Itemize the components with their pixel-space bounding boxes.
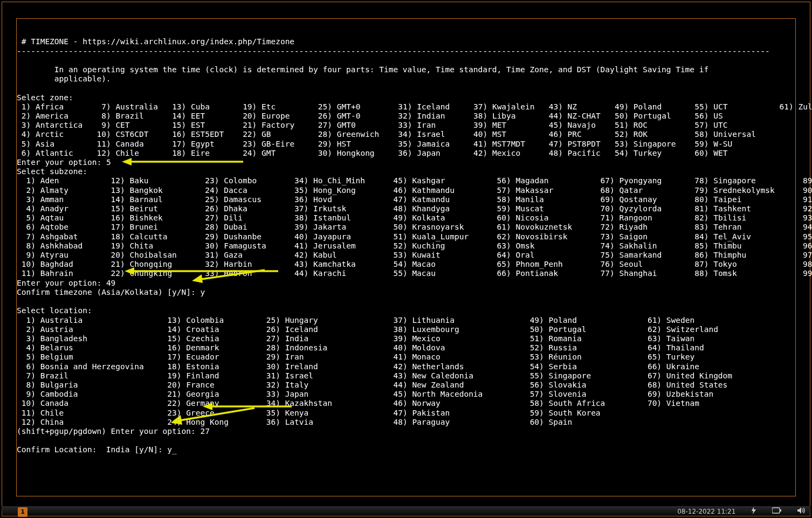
location-item[interactable]: France [186,381,252,389]
title-url[interactable]: https://wiki.archlinux.org/index.php/Tim… [82,37,294,46]
location-item[interactable]: Japan [285,390,380,398]
location-item[interactable]: China [40,418,154,426]
location-item[interactable]: Spain [549,418,634,426]
subzone-item[interactable]: Macau [412,269,487,278]
location-item[interactable]: Czechia [186,334,252,343]
location-item[interactable]: North Macedonia [412,390,515,398]
zone-item[interactable]: GMT-0 [337,112,394,120]
zone-item[interactable]: America [36,112,92,120]
subzone-item[interactable]: Brunei [130,223,196,231]
subzone-item[interactable]: Pyongyang [620,176,685,185]
subzone-item[interactable]: Kuching [412,241,487,250]
subzone-item[interactable]: Calcutta [130,232,196,241]
location-item[interactable]: Norway [412,399,515,408]
location-item[interactable]: Paraguay [412,418,515,426]
subzone-item[interactable]: Jerusalem [313,241,384,250]
zone-item[interactable]: NZ [568,102,610,111]
location-item[interactable]: Ecuador [186,353,252,361]
subzone-item[interactable]: Kathmandu [412,186,487,195]
subzone-item[interactable]: Dushanbe [224,232,285,241]
location-item[interactable]: Croatia [186,325,252,334]
location-item[interactable]: Netherlands [412,362,515,371]
subzone-item[interactable]: Bangkok [130,186,196,195]
location-item[interactable]: Singapore [549,371,634,380]
location-item[interactable]: Indonesia [285,343,380,352]
zone-item[interactable]: GB-Eire [262,140,313,148]
location-item[interactable]: New Caledonia [412,371,515,380]
zone-item[interactable]: CET [115,121,167,129]
location-item[interactable]: Iceland [285,325,380,334]
location-item[interactable]: Romania [549,334,634,343]
subzone-item[interactable]: Baghdad [40,260,102,268]
zone-item[interactable]: GMT0 [337,121,394,129]
subzone-item[interactable]: Jakarta [313,223,384,231]
confirm-loc-input[interactable]: y_ [167,445,176,454]
location-item[interactable]: Uzbekistan [666,390,770,398]
location-input[interactable]: 27 [200,427,209,436]
subzone-item[interactable]: Barnaul [130,195,196,204]
location-item[interactable]: Kazakhstan [285,399,380,408]
subzone-item[interactable]: Riyadh [620,223,685,231]
zone-item[interactable]: EST5EDT [191,130,238,139]
location-item[interactable]: Pakistan [412,409,515,417]
location-item[interactable]: United Kingdom [666,371,770,380]
zone-item[interactable]: MET [492,121,544,129]
zone-item[interactable]: Portugal [634,112,690,120]
location-item[interactable]: Slovenia [549,390,634,398]
zone-item[interactable]: Atlantic [36,149,92,157]
location-item[interactable]: India [285,334,380,343]
location-item[interactable]: Taiwan [666,334,770,343]
location-item[interactable]: Austria [40,325,154,334]
location-item[interactable]: Chile [40,409,154,417]
subzone-item[interactable]: Ho_Chi_Minh [313,176,384,185]
zone-item[interactable]: Europe [262,112,313,120]
subzone-item[interactable]: Pontianak [515,269,591,278]
zone-item[interactable]: GMT [262,149,313,157]
zone-item[interactable]: US [713,112,775,120]
zone-item[interactable]: Poland [634,102,690,111]
subzone-item[interactable]: Harbin [224,260,285,268]
subzone-item[interactable]: Almaty [40,186,102,195]
location-item[interactable]: Bangladesh [40,334,154,343]
zone-item[interactable]: Zulu [798,102,812,111]
location-item[interactable]: Sweden [666,316,770,324]
location-item[interactable]: Greece [186,409,252,417]
subzone-item[interactable]: Sakhalin [620,241,685,250]
location-item[interactable]: Serbia [549,362,634,371]
location-item[interactable]: Hungary [285,316,380,324]
subzone-item[interactable]: Aden [40,176,102,185]
zone-item[interactable]: PRC [568,130,610,139]
location-item[interactable]: Estonia [186,362,252,371]
subzone-item[interactable]: Beirut [130,204,196,213]
subzone-item[interactable]: Chungking [130,269,196,278]
subzone-item[interactable]: Singapore [713,176,793,185]
zone-item[interactable]: NZ-CHAT [568,112,610,120]
subzone-item[interactable]: Bahrain [40,269,102,278]
subzone-item[interactable]: Krasnoyarsk [412,223,487,231]
subzone-item[interactable]: Aqtobe [40,223,102,231]
location-item[interactable]: Australia [40,316,154,324]
zone-item[interactable]: Iceland [417,102,469,111]
location-item[interactable]: Denmark [186,343,252,352]
zone-item[interactable]: Canada [115,140,167,148]
location-item[interactable]: Luxembourg [412,325,515,334]
subzone-item[interactable]: Chongqing [130,260,196,268]
subzone-item[interactable]: Dubai [224,223,285,231]
location-item[interactable]: Brazil [40,371,154,380]
zone-item[interactable]: UTC [713,121,775,129]
subzone-item[interactable]: Amman [40,195,102,204]
location-item[interactable]: Monaco [412,353,515,361]
location-item[interactable]: Belarus [40,343,154,352]
zone-item[interactable]: Pacific [568,149,610,157]
subzone-item[interactable]: Tokyo [713,260,793,268]
subzone-item[interactable]: Omsk [515,241,591,250]
subzone-item[interactable]: Hong_Kong [313,186,384,195]
location-item[interactable]: Italy [285,381,380,389]
confirm-tz-input[interactable]: y [200,288,205,296]
location-item[interactable]: Switzerland [666,325,770,334]
subzone-item[interactable]: Dili [224,213,285,222]
subzone-item[interactable]: Tbilisi [713,213,793,222]
subzone-item[interactable]: Tashkent [713,204,793,213]
subzone-item[interactable]: Qyzylorda [620,204,685,213]
subzone-item[interactable]: Katmandu [412,195,487,204]
